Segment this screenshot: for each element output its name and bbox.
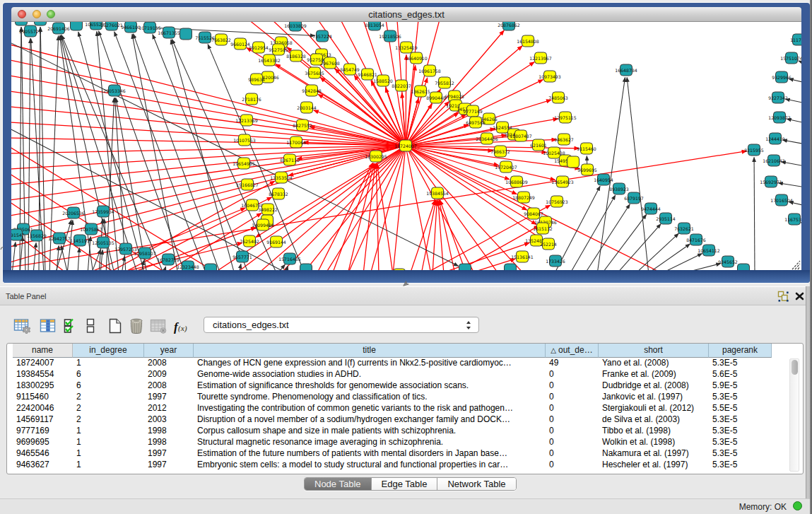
- table-cell[interactable]: 2003: [144, 414, 190, 426]
- import-table-button[interactable]: [150, 318, 167, 334]
- graph-node-selected[interactable]: 16543382: [258, 54, 281, 66]
- table-row[interactable]: 1456911722003Disruption of a novel membe…: [7, 414, 792, 426]
- table-cell[interactable]: 9463627: [13, 460, 69, 471]
- table-cell[interactable]: 2008: [144, 358, 190, 369]
- table-cell[interactable]: 1: [73, 426, 141, 437]
- red-edge[interactable]: [406, 146, 527, 210]
- black-edge[interactable]: [33, 243, 36, 270]
- graph-node-selected[interactable]: 13654923: [551, 176, 574, 187]
- red-edge[interactable]: [410, 200, 435, 270]
- table-cell[interactable]: Investigating the contribution of common…: [194, 403, 542, 414]
- graph-node[interactable]: 1733426: [546, 255, 565, 267]
- network-canvas[interactable]: 2905572120691406106552871527602194661001…: [11, 22, 801, 270]
- graph-node-selected[interactable]: 9115460: [577, 143, 596, 154]
- column-header-out_de[interactable]: △out_de…: [546, 344, 599, 358]
- red-edge[interactable]: [11, 45, 406, 146]
- delete-column-button[interactable]: [129, 318, 146, 334]
- table-cell[interactable]: 1998: [144, 426, 190, 437]
- float-panel-icon[interactable]: [777, 291, 789, 303]
- table-cell[interactable]: 1997: [144, 460, 190, 471]
- graph-node[interactable]: [505, 264, 517, 270]
- table-cell[interactable]: 1: [73, 437, 141, 448]
- table-cell[interactable]: Jankovic et al. (1997): [599, 392, 705, 403]
- table-cell[interactable]: 5.3E-5: [709, 460, 768, 471]
- table-cell[interactable]: 5.3E-5: [709, 426, 768, 437]
- graph-node-selected[interactable]: 1170064: [286, 136, 306, 148]
- table-row[interactable]: 946362711997Embryonic stem cells: a mode…: [7, 460, 792, 471]
- table-cell[interactable]: 0: [546, 460, 595, 471]
- window-titlebar[interactable]: citations_edges.txt: [11, 7, 801, 22]
- table-cell[interactable]: 9465546: [13, 448, 69, 460]
- table-cell[interactable]: 0: [546, 414, 595, 426]
- table-cell[interactable]: 5.3E-5: [709, 358, 768, 369]
- graph-node[interactable]: 8938923: [609, 183, 629, 194]
- graph-node-selected[interactable]: 3675685: [305, 67, 324, 78]
- graph-node-selected[interactable]: 23002: [392, 269, 406, 270]
- graph-node-selected[interactable]: 12975115: [554, 112, 577, 123]
- red-edge[interactable]: [406, 146, 431, 270]
- table-cell[interactable]: 1: [73, 448, 141, 460]
- graph-node[interactable]: [180, 28, 192, 40]
- red-edge[interactable]: [433, 200, 437, 270]
- row-height-button[interactable]: [86, 318, 102, 334]
- red-edge[interactable]: [393, 146, 406, 270]
- graph-node-selected[interactable]: 2803144: [297, 102, 317, 113]
- graph-node[interactable]: 7632621: [674, 223, 694, 234]
- table-row[interactable]: 911546021997Tourette syndrome. Phenomeno…: [7, 392, 792, 403]
- graph-node-selected[interactable]: 7955812: [435, 77, 454, 88]
- table-cell[interactable]: 1997: [144, 448, 190, 460]
- graph-node-selected[interactable]: 19654985: [233, 158, 255, 169]
- graph-node[interactable]: [205, 264, 217, 270]
- graph-node-selected[interactable]: 989634: [248, 74, 265, 85]
- table-row[interactable]: 1830029562008Estimation of significance …: [7, 380, 792, 392]
- graph-node-selected[interactable]: 16154808: [517, 35, 539, 47]
- table-cell[interactable]: Changes of HCN gene expression and I(f) …: [194, 358, 542, 369]
- table-cell[interactable]: 0: [546, 426, 595, 437]
- graph-node-selected[interactable]: 252214: [540, 238, 557, 250]
- graph-node[interactable]: 8471676: [686, 234, 706, 245]
- table-cell[interactable]: Stergiakouli et al. (2012): [599, 403, 705, 414]
- select-all-button[interactable]: [64, 318, 81, 334]
- graph-node-selected[interactable]: 16961758: [418, 65, 441, 76]
- graph-node[interactable]: 20691406: [47, 23, 70, 34]
- black-edge[interactable]: [134, 34, 220, 270]
- red-edge[interactable]: [11, 91, 406, 146]
- new-column-button[interactable]: [107, 318, 124, 334]
- graph-node[interactable]: 20876862: [498, 22, 520, 30]
- table-cell[interactable]: 2009: [144, 369, 190, 380]
- table-cell[interactable]: 0: [546, 392, 595, 403]
- graph-node[interactable]: 9657771: [233, 251, 252, 262]
- graph-node-selected[interactable]: 8822037: [392, 80, 411, 91]
- table-cell[interactable]: Wolkin et al. (1998): [599, 437, 705, 448]
- column-header-name[interactable]: name: [13, 344, 73, 358]
- graph-node[interactable]: 8215955: [744, 144, 764, 156]
- black-edge[interactable]: [61, 245, 68, 270]
- graph-node[interactable]: 16648784: [615, 64, 637, 76]
- table-cell[interactable]: 49: [546, 358, 595, 369]
- graph-node-selected[interactable]: 9699695: [577, 164, 597, 175]
- red-edge[interactable]: [11, 146, 406, 247]
- black-edge[interactable]: [570, 195, 616, 270]
- graph-node[interactable]: 12323448: [177, 261, 199, 270]
- tab-edge-table[interactable]: Edge Table: [372, 478, 438, 490]
- show-column-button[interactable]: [40, 318, 57, 334]
- graph-node[interactable]: 29053346: [103, 85, 126, 96]
- table-cell[interactable]: 2008: [144, 380, 190, 392]
- graph-node-selected[interactable]: 12213967: [529, 52, 552, 64]
- graph-node[interactable]: 111753: [790, 34, 801, 45]
- table-cell[interactable]: Genome-wide association studies in ADHD.: [194, 369, 542, 380]
- table-cell[interactable]: Structural magnetic resonance image aver…: [194, 437, 542, 448]
- column-header-pagerank[interactable]: pagerank: [709, 344, 772, 358]
- column-header-year[interactable]: year: [144, 344, 194, 358]
- black-edge[interactable]: [78, 247, 79, 270]
- table-cell[interactable]: Nakamura et al. (1997): [599, 448, 705, 460]
- table-cell[interactable]: Corpus callosum shape and size in male p…: [194, 426, 542, 437]
- table-cell[interactable]: 5.3E-5: [709, 392, 768, 403]
- black-edge[interactable]: [659, 254, 702, 270]
- graph-node-selected[interactable]: 2718176: [242, 93, 261, 105]
- graph-node[interactable]: 2935114: [656, 213, 676, 224]
- table-cell[interactable]: Hescheler et al. (1997): [599, 460, 705, 471]
- column-header-in_degree[interactable]: in_degree: [73, 344, 144, 358]
- graph-node[interactable]: 9474444: [641, 203, 661, 214]
- black-edge[interactable]: [239, 264, 241, 270]
